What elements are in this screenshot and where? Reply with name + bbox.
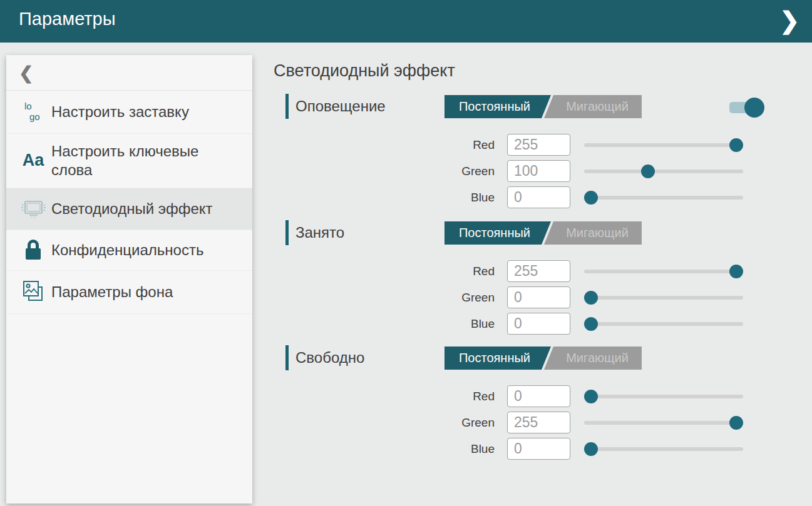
slider-thumb[interactable] bbox=[584, 191, 598, 205]
sidebar-item-label: Настроить ключевые слова bbox=[51, 142, 239, 180]
notification-toggle-switch[interactable] bbox=[729, 97, 768, 118]
chevron-left-icon: ❮ bbox=[19, 63, 33, 83]
red-slider[interactable] bbox=[584, 260, 743, 282]
blue-slider[interactable] bbox=[584, 313, 743, 335]
slider-track bbox=[584, 322, 743, 326]
slider-track bbox=[584, 270, 743, 273]
sidebar-item-keywords[interactable]: Aa Настроить ключевые слова bbox=[6, 134, 252, 188]
red-slider[interactable] bbox=[584, 385, 743, 407]
slider-thumb[interactable] bbox=[584, 390, 598, 403]
blue-slider[interactable] bbox=[584, 186, 743, 208]
green-label: Green bbox=[274, 160, 495, 182]
red-label: Red bbox=[274, 385, 495, 407]
green-input[interactable] bbox=[507, 160, 570, 182]
slider-track bbox=[584, 395, 743, 398]
green-label: Green bbox=[274, 286, 495, 308]
settings-sidebar: ❮ lo go Настроить заставку Aa Настроить … bbox=[6, 55, 252, 503]
section-title: Свободно bbox=[296, 345, 364, 370]
slider-track bbox=[584, 196, 743, 200]
slider-track bbox=[584, 447, 743, 451]
app-header: Параметры ❯ bbox=[0, 0, 812, 43]
slider-thumb[interactable] bbox=[584, 317, 598, 331]
sidebar-item-label: Настроить заставку bbox=[51, 103, 189, 121]
red-input[interactable] bbox=[507, 385, 570, 407]
sidebar-item-led-effect[interactable]: Светодиодный эффект bbox=[6, 188, 252, 230]
mode-solid-button[interactable]: Постоянный bbox=[445, 221, 551, 245]
red-label: Red bbox=[274, 134, 495, 156]
blue-slider[interactable] bbox=[584, 438, 743, 460]
green-slider[interactable] bbox=[584, 160, 743, 182]
green-slider[interactable] bbox=[584, 286, 743, 308]
slider-track bbox=[584, 170, 743, 173]
chevron-right-icon[interactable]: ❯ bbox=[779, 5, 799, 36]
blue-label: Blue bbox=[274, 186, 495, 208]
slider-track bbox=[584, 421, 743, 425]
mode-toggle: Постоянный Мигающий bbox=[445, 347, 642, 370]
slider-thumb[interactable] bbox=[729, 265, 743, 278]
sidebar-item-background[interactable]: Параметры фона bbox=[6, 271, 252, 314]
background-images-icon bbox=[15, 279, 51, 305]
mode-toggle: Постоянный Мигающий bbox=[445, 95, 642, 118]
svg-text:go: go bbox=[29, 111, 40, 122]
slider-track bbox=[584, 296, 743, 300]
section-title: Оповещение bbox=[296, 94, 386, 119]
section-heading: Светодиодный эффект bbox=[274, 61, 455, 81]
sidebar-item-label: Светодиодный эффект bbox=[51, 200, 213, 218]
green-slider[interactable] bbox=[584, 412, 743, 433]
section-title: Занято bbox=[296, 220, 344, 245]
green-input[interactable] bbox=[507, 286, 570, 308]
red-slider[interactable] bbox=[584, 134, 743, 156]
led-effect-panel: Светодиодный эффект Оповещение Постоянны… bbox=[274, 43, 812, 506]
blue-label: Blue bbox=[274, 313, 495, 335]
mode-solid-button[interactable]: Постоянный bbox=[445, 95, 551, 118]
red-input[interactable] bbox=[507, 260, 570, 282]
red-input[interactable] bbox=[507, 134, 570, 156]
blue-input[interactable] bbox=[507, 186, 570, 208]
page-title: Параметры bbox=[19, 9, 116, 29]
slider-thumb[interactable] bbox=[584, 291, 598, 305]
slider-thumb[interactable] bbox=[584, 442, 598, 456]
green-input[interactable] bbox=[507, 412, 570, 433]
section-busy: Занято Постоянный Мигающий Red Green Blu… bbox=[274, 220, 812, 345]
sidebar-back-button[interactable]: ❮ bbox=[6, 55, 252, 91]
section-notification: Оповещение Постоянный Мигающий Red Green bbox=[274, 94, 812, 219]
mode-blink-button[interactable]: Мигающий bbox=[544, 221, 642, 245]
slider-track bbox=[584, 143, 743, 147]
section-accent-bar bbox=[285, 220, 289, 245]
svg-text:lo: lo bbox=[24, 101, 32, 111]
section-accent-bar bbox=[285, 94, 289, 119]
mode-toggle: Постоянный Мигающий bbox=[445, 221, 642, 245]
logo-icon: lo go bbox=[15, 99, 51, 125]
mode-blink-button[interactable]: Мигающий bbox=[544, 95, 642, 118]
sidebar-item-label: Конфиденциальность bbox=[51, 241, 203, 260]
switch-knob bbox=[744, 98, 764, 118]
red-label: Red bbox=[274, 260, 495, 282]
mode-blink-button[interactable]: Мигающий bbox=[544, 347, 642, 370]
led-display-icon bbox=[15, 196, 51, 221]
section-accent-bar bbox=[285, 345, 289, 370]
green-label: Green bbox=[274, 412, 495, 433]
text-aa-icon: Aa bbox=[15, 151, 51, 170]
blue-label: Blue bbox=[274, 438, 495, 460]
section-free: Свободно Постоянный Мигающий Red Green B… bbox=[274, 345, 812, 470]
sidebar-item-privacy[interactable]: Конфиденциальность bbox=[6, 230, 252, 271]
slider-thumb[interactable] bbox=[641, 164, 655, 178]
lock-icon bbox=[15, 238, 51, 262]
sidebar-item-screensaver[interactable]: lo go Настроить заставку bbox=[6, 91, 252, 134]
slider-thumb[interactable] bbox=[729, 138, 743, 152]
sidebar-item-label: Параметры фона bbox=[51, 283, 173, 301]
blue-input[interactable] bbox=[507, 438, 570, 460]
mode-solid-button[interactable]: Постоянный bbox=[445, 347, 551, 370]
blue-input[interactable] bbox=[507, 313, 570, 335]
slider-thumb[interactable] bbox=[729, 416, 743, 430]
